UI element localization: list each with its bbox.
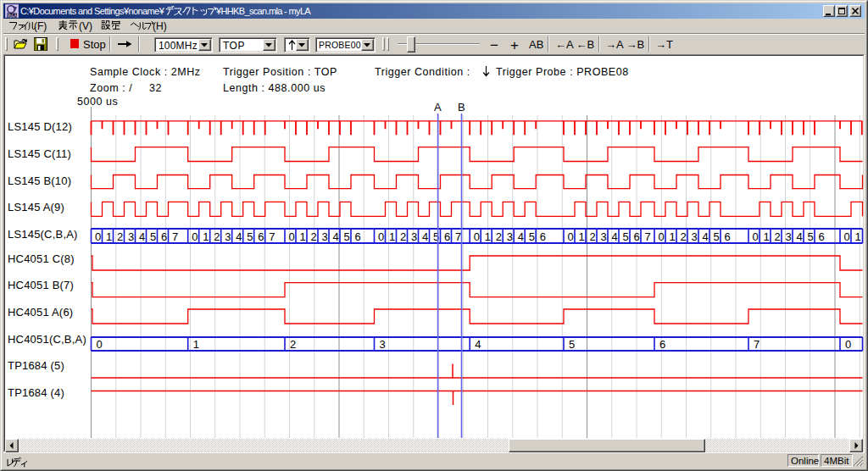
svg-text:2: 2 — [290, 338, 296, 351]
svg-text:4: 4 — [797, 230, 803, 243]
svg-text:0: 0 — [378, 230, 384, 243]
svg-text:3: 3 — [411, 230, 417, 243]
svg-text:6: 6 — [355, 230, 361, 243]
svg-text:3: 3 — [692, 230, 698, 243]
svg-text:5: 5 — [714, 230, 720, 243]
svg-text:1: 1 — [670, 230, 676, 243]
svg-text:2: 2 — [775, 230, 781, 243]
svg-text:6: 6 — [540, 230, 546, 243]
svg-text:6: 6 — [444, 230, 450, 243]
svg-text:4: 4 — [422, 230, 428, 243]
svg-text:7: 7 — [455, 230, 461, 243]
svg-text:4: 4 — [139, 230, 145, 243]
svg-text:3: 3 — [225, 230, 231, 243]
svg-text:0: 0 — [95, 230, 101, 243]
svg-text:7: 7 — [269, 230, 275, 243]
svg-text:5: 5 — [247, 230, 253, 243]
svg-text:5: 5 — [623, 230, 629, 243]
svg-text:1: 1 — [579, 230, 585, 243]
svg-text:2: 2 — [400, 230, 406, 243]
svg-text:2: 2 — [590, 230, 596, 243]
svg-text:6: 6 — [258, 230, 264, 243]
svg-text:7: 7 — [172, 230, 178, 243]
svg-text:1: 1 — [193, 338, 199, 351]
svg-text:3: 3 — [322, 230, 328, 243]
svg-text:6: 6 — [725, 230, 731, 243]
svg-text:2: 2 — [496, 230, 502, 243]
svg-text:1: 1 — [485, 230, 491, 243]
svg-text:0: 0 — [844, 230, 850, 243]
svg-text:4: 4 — [518, 230, 524, 243]
svg-text:1: 1 — [300, 230, 306, 243]
svg-text:0: 0 — [97, 338, 103, 351]
svg-text:4: 4 — [475, 338, 481, 351]
svg-text:5: 5 — [529, 230, 535, 243]
svg-text:6: 6 — [634, 230, 640, 243]
svg-text:4: 4 — [333, 230, 339, 243]
svg-text:2: 2 — [681, 230, 687, 243]
svg-text:5: 5 — [808, 230, 814, 243]
svg-text:1: 1 — [764, 230, 770, 243]
svg-text:2: 2 — [311, 230, 317, 243]
svg-text:1: 1 — [203, 230, 209, 243]
svg-text:6: 6 — [819, 230, 825, 243]
svg-text:5: 5 — [569, 338, 575, 351]
svg-text:5: 5 — [344, 230, 350, 243]
svg-text:0: 0 — [845, 338, 851, 351]
svg-text:2: 2 — [117, 230, 123, 243]
svg-text:0: 0 — [474, 230, 480, 243]
svg-text:7: 7 — [754, 338, 760, 351]
svg-text:3: 3 — [786, 230, 792, 243]
svg-text:3: 3 — [507, 230, 513, 243]
svg-text:3: 3 — [380, 338, 386, 351]
svg-text:7: 7 — [645, 230, 651, 243]
svg-text:1: 1 — [106, 230, 112, 243]
svg-text:4: 4 — [236, 230, 242, 243]
svg-text:6: 6 — [161, 230, 167, 243]
svg-text:0: 0 — [659, 230, 665, 243]
svg-text:1: 1 — [389, 230, 395, 243]
svg-text:3: 3 — [128, 230, 134, 243]
svg-text:0: 0 — [753, 230, 759, 243]
svg-text:1: 1 — [855, 230, 861, 243]
svg-text:3: 3 — [601, 230, 607, 243]
svg-text:0: 0 — [192, 230, 198, 243]
svg-text:4: 4 — [612, 230, 618, 243]
svg-text:2: 2 — [214, 230, 220, 243]
svg-text:4: 4 — [703, 230, 709, 243]
svg-text:0: 0 — [568, 230, 574, 243]
svg-text:5: 5 — [150, 230, 156, 243]
svg-text:6: 6 — [659, 338, 665, 351]
svg-text:0: 0 — [289, 230, 295, 243]
